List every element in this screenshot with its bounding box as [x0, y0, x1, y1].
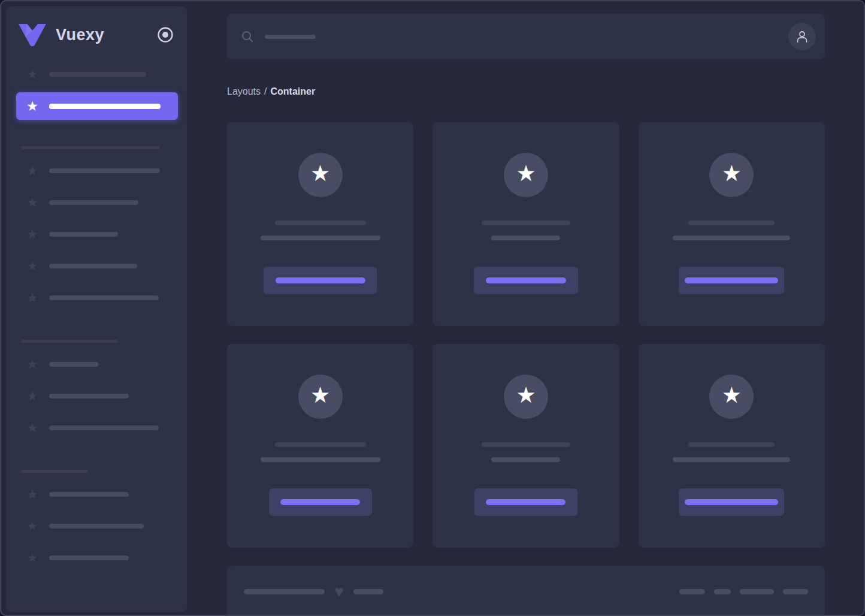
sidebar-section-title-skeleton	[21, 146, 160, 149]
footer-skeleton-bar	[244, 589, 325, 594]
sidebar-item[interactable]: ★	[6, 218, 187, 250]
star-icon: ★	[25, 551, 40, 565]
feature-card: ★	[639, 344, 825, 548]
card-subtitle-skeleton	[673, 457, 790, 462]
sidebar-item[interactable]: ★	[6, 542, 187, 573]
card-action-button[interactable]	[679, 267, 784, 294]
sidebar-item-active[interactable]: ★	[16, 92, 178, 120]
sidebar-item-label-skeleton	[49, 264, 137, 268]
star-badge-icon: ★	[504, 375, 548, 419]
sidebar-pin-toggle[interactable]	[156, 25, 175, 44]
search-icon	[241, 30, 254, 43]
star-icon: ★	[722, 152, 742, 196]
card-subtitle-skeleton	[491, 457, 560, 462]
star-icon: ★	[516, 152, 536, 196]
feature-card: ★	[432, 122, 619, 326]
main-content: Layouts/Container ★★★★★★ ♥	[187, 1, 864, 615]
star-icon: ★	[310, 152, 330, 196]
star-icon: ★	[25, 195, 40, 210]
sidebar-item[interactable]: ★	[6, 380, 187, 412]
star-badge-icon: ★	[709, 375, 754, 419]
footer-link-skeleton	[679, 589, 705, 594]
breadcrumb-parent-link[interactable]: Layouts	[227, 86, 261, 96]
card-action-button[interactable]	[264, 267, 377, 294]
card-title-skeleton	[688, 221, 775, 225]
card-action-button[interactable]	[474, 488, 577, 516]
card-action-button[interactable]	[679, 488, 784, 516]
sidebar-item[interactable]: ★	[6, 58, 187, 90]
sidebar-item[interactable]: ★	[6, 186, 187, 218]
search-bar[interactable]	[227, 14, 825, 59]
star-icon: ★	[722, 373, 742, 418]
footer-link-skeleton	[740, 589, 774, 594]
sidebar-item-label-skeleton	[49, 425, 159, 430]
sidebar-item[interactable]: ★	[6, 510, 187, 542]
card-title-skeleton	[482, 221, 570, 225]
feature-card: ★	[432, 344, 619, 548]
sidebar: Vuexy ★★★★★★★★★★★★★	[6, 6, 187, 612]
card-title-skeleton	[482, 442, 570, 447]
footer-card: ♥	[227, 566, 825, 616]
vuexy-logo-icon	[18, 23, 47, 47]
star-icon: ★	[25, 519, 40, 533]
feature-card: ★	[639, 122, 825, 326]
card-action-button[interactable]	[474, 267, 578, 294]
sidebar-item[interactable]: ★	[6, 348, 187, 380]
card-title-skeleton	[275, 442, 366, 447]
star-badge-icon: ★	[298, 375, 343, 419]
star-icon: ★	[25, 67, 40, 81]
star-icon: ★	[25, 421, 40, 435]
star-icon: ★	[25, 99, 40, 113]
card-subtitle-skeleton	[491, 235, 560, 240]
star-icon: ★	[25, 357, 40, 372]
footer-link-skeleton	[783, 589, 808, 594]
star-icon: ★	[25, 389, 40, 403]
breadcrumb-separator: /	[264, 86, 267, 96]
radio-circle-icon	[157, 26, 174, 43]
star-icon: ★	[25, 487, 40, 502]
sidebar-item-label-skeleton	[49, 492, 129, 497]
app-title: Vuexy	[56, 26, 104, 44]
sidebar-item[interactable]: ★	[6, 478, 187, 510]
card-subtitle-skeleton	[261, 457, 380, 462]
feature-card: ★	[227, 344, 413, 548]
breadcrumb-current: Container	[271, 86, 316, 96]
sidebar-item-label-skeleton	[49, 394, 129, 398]
heart-icon: ♥	[334, 585, 344, 597]
sidebar-item[interactable]: ★	[6, 155, 187, 186]
card-subtitle-skeleton	[261, 235, 380, 240]
sidebar-item-label-skeleton	[49, 524, 144, 529]
star-icon: ★	[25, 259, 40, 273]
card-action-button[interactable]	[269, 488, 372, 516]
feature-card: ★	[227, 122, 413, 326]
sidebar-section-header	[6, 464, 187, 478]
button-label-skeleton	[276, 277, 365, 283]
footer-link-skeleton	[714, 589, 731, 594]
sidebar-nav: ★★★★★★★★★★★★★	[6, 58, 187, 573]
sidebar-item-label-skeleton	[49, 362, 98, 367]
star-badge-icon: ★	[504, 153, 548, 197]
card-title-skeleton	[688, 442, 775, 447]
star-icon: ★	[310, 373, 330, 418]
button-label-skeleton	[486, 499, 565, 505]
footer-content: ♥	[244, 585, 808, 597]
user-avatar-button[interactable]	[788, 23, 816, 50]
sidebar-section-header	[6, 140, 187, 155]
sidebar-section-title-skeleton	[21, 470, 88, 473]
sidebar-item-label-skeleton	[49, 555, 129, 560]
star-icon: ★	[25, 227, 40, 241]
sidebar-section-header	[6, 334, 187, 348]
sidebar-item-label-skeleton	[49, 72, 146, 77]
search-placeholder-skeleton	[265, 35, 316, 39]
sidebar-item[interactable]: ★	[6, 412, 187, 443]
sidebar-item[interactable]: ★	[6, 250, 187, 282]
sidebar-item-label-skeleton	[49, 232, 118, 237]
sidebar-item[interactable]: ★	[6, 282, 187, 313]
button-label-skeleton	[685, 277, 778, 283]
star-icon: ★	[25, 291, 40, 305]
sidebar-item-label-skeleton	[49, 168, 160, 173]
sidebar-item-label-skeleton	[49, 295, 159, 300]
card-title-skeleton	[275, 221, 366, 225]
button-label-skeleton	[486, 277, 566, 283]
sidebar-item-label-skeleton	[49, 104, 161, 109]
